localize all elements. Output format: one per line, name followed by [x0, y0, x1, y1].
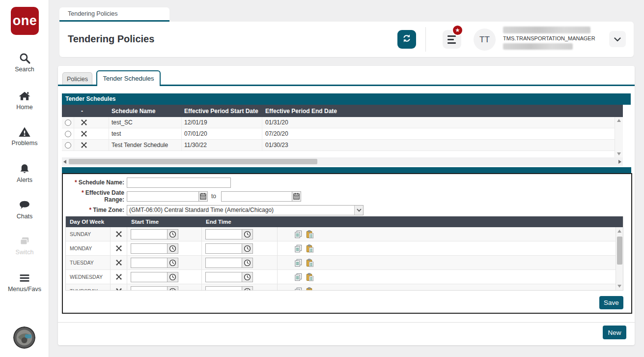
clock-icon [169, 231, 176, 238]
tab-tender-schedules[interactable]: Tender Schedules [96, 70, 161, 86]
clock-button[interactable] [168, 229, 178, 239]
schedules-horizontal-scrollbar[interactable] [62, 157, 623, 166]
radio-button[interactable] [65, 142, 71, 149]
end-time-input[interactable] [205, 272, 242, 282]
sidebar-item-search[interactable]: Search [0, 52, 49, 73]
one-logo-text: one [13, 13, 37, 29]
clock-icon [169, 245, 176, 252]
sidebar-item-switch: Switch [0, 235, 49, 256]
column-header-day: Day Of Week [66, 219, 111, 225]
calendar-icon [200, 193, 206, 200]
delete-icon[interactable] [115, 259, 122, 266]
scroll-down-arrow[interactable] [617, 285, 621, 288]
scroll-right-arrow[interactable] [618, 160, 621, 164]
new-button[interactable]: New [603, 326, 626, 339]
scroll-left-arrow[interactable] [63, 160, 66, 164]
paste-icon[interactable] [306, 273, 314, 281]
clock-button[interactable] [168, 286, 178, 291]
calendar-icon [293, 193, 300, 200]
delete-icon[interactable] [81, 130, 87, 137]
end-time-input[interactable] [205, 286, 242, 291]
browser-tab[interactable]: Tendering Policies [59, 7, 169, 22]
globe-avatar[interactable] [13, 327, 35, 349]
end-time-input[interactable] [205, 229, 242, 239]
sidebar-item-chats[interactable]: Chats [0, 199, 49, 220]
search-icon [0, 52, 49, 64]
copy-icon[interactable] [294, 259, 303, 267]
star-badge-icon: ★ [452, 25, 463, 36]
start-time-input[interactable] [131, 243, 168, 254]
scroll-up-arrow[interactable] [617, 119, 621, 122]
table-row[interactable]: Test Tender Schedule 11/30/22 01/30/23 [62, 140, 615, 151]
horizontal-scroll-thumb[interactable] [69, 159, 317, 164]
schedules-vertical-scrollbar[interactable] [615, 117, 623, 157]
timezone-select[interactable]: (GMT-06:00) Central Standard Time (Ameri… [127, 205, 364, 215]
clock-button[interactable] [242, 229, 253, 239]
calendar-button-start[interactable] [199, 191, 208, 202]
delete-icon[interactable] [115, 231, 122, 238]
sidebar-item-label: Alerts [0, 177, 49, 183]
start-time-input[interactable] [131, 286, 168, 291]
page-title: Tendering Policies [68, 33, 154, 45]
start-time-input[interactable] [131, 229, 168, 239]
copy-icon[interactable] [294, 273, 303, 281]
redacted-user-name [503, 27, 590, 33]
delete-icon[interactable] [115, 273, 122, 280]
tab-policies[interactable]: Policies [62, 72, 92, 86]
end-time-input[interactable] [205, 243, 242, 254]
delete-icon[interactable] [115, 288, 122, 290]
date-end-input[interactable] [221, 191, 292, 202]
vertical-scroll-thumb[interactable] [617, 237, 622, 265]
end-time-input[interactable] [205, 258, 242, 268]
refresh-button[interactable] [397, 30, 416, 49]
clock-icon [244, 288, 251, 291]
clock-button[interactable] [168, 258, 178, 268]
sidebar-item-alerts[interactable]: Alerts [0, 163, 49, 183]
user-menu-button[interactable] [609, 31, 626, 47]
schedule-name-input[interactable] [127, 178, 231, 188]
delete-icon[interactable] [115, 245, 122, 252]
header-divider [425, 27, 426, 52]
scroll-up-arrow[interactable] [617, 230, 621, 233]
paste-icon[interactable] [306, 287, 314, 291]
day-table-vertical-scrollbar[interactable] [616, 227, 623, 290]
paste-icon[interactable] [306, 259, 314, 267]
clock-button[interactable] [242, 286, 253, 291]
copy-icon[interactable] [294, 244, 303, 253]
clock-icon [169, 288, 176, 291]
table-row[interactable]: test 07/01/20 07/20/20 [62, 128, 615, 140]
start-time-input[interactable] [131, 272, 168, 282]
table-row[interactable]: test_SC 12/01/19 01/31/20 [62, 117, 615, 128]
clock-button[interactable] [168, 272, 178, 282]
clock-button[interactable] [242, 258, 253, 268]
column-header-schedule-name: Schedule Name [109, 108, 182, 115]
sidebar-item-problems[interactable]: Problems [0, 126, 49, 147]
column-header-start-time: Start Time [127, 219, 202, 225]
delete-icon[interactable] [81, 119, 87, 126]
radio-button[interactable] [65, 131, 71, 137]
delete-icon[interactable] [81, 142, 87, 149]
scroll-down-arrow[interactable] [617, 152, 621, 155]
select-chevron-icon [354, 206, 363, 215]
card-divider [58, 322, 635, 323]
sidebar-item-menus-favs[interactable]: Menus/Favs [0, 272, 49, 293]
date-start-input[interactable] [127, 191, 199, 202]
one-logo[interactable]: one [11, 7, 39, 35]
clock-button[interactable] [242, 243, 253, 254]
home-icon [0, 90, 49, 102]
clock-button[interactable] [242, 272, 253, 282]
user-avatar[interactable]: TT [474, 29, 496, 51]
schedule-table-rows: test_SC 12/01/19 01/31/20 test 07/01/20 … [62, 117, 615, 157]
copy-icon[interactable] [294, 230, 303, 238]
save-button[interactable]: Save [599, 296, 623, 309]
schedule-name-cell: test_SC [109, 117, 182, 128]
paste-icon[interactable] [306, 230, 314, 238]
copy-icon[interactable] [294, 287, 303, 291]
day-table-header: Day Of Week Start Time End Time [66, 216, 623, 227]
paste-icon[interactable] [306, 244, 314, 253]
start-time-input[interactable] [131, 258, 168, 268]
clock-button[interactable] [168, 243, 178, 254]
radio-button[interactable] [65, 119, 71, 126]
sidebar-item-home[interactable]: Home [0, 90, 49, 111]
calendar-button-end[interactable] [292, 191, 301, 202]
